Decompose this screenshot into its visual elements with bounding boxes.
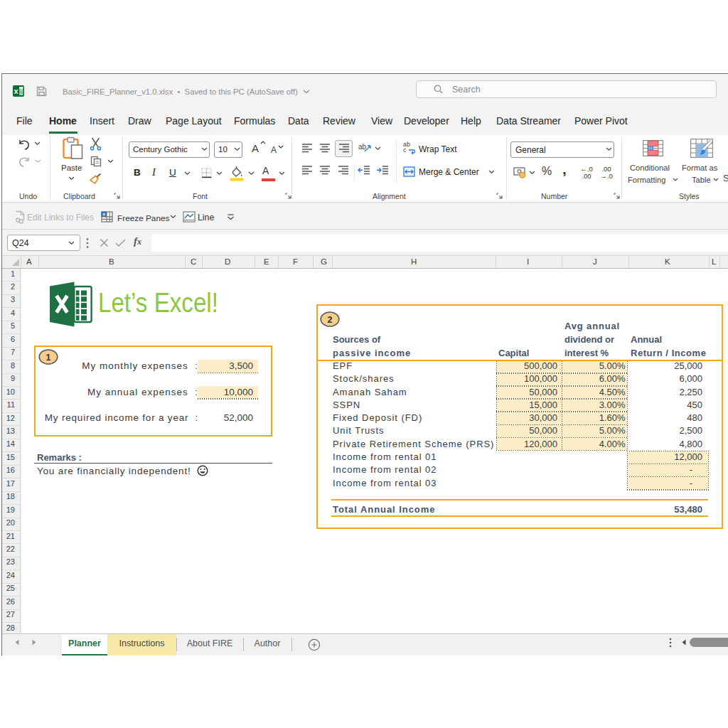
svg-text:.00: .00 [582, 172, 591, 180]
svg-text:2: 2 [328, 315, 333, 325]
svg-text:x: x [14, 87, 19, 95]
svg-text:→.0: →.0 [600, 172, 612, 180]
